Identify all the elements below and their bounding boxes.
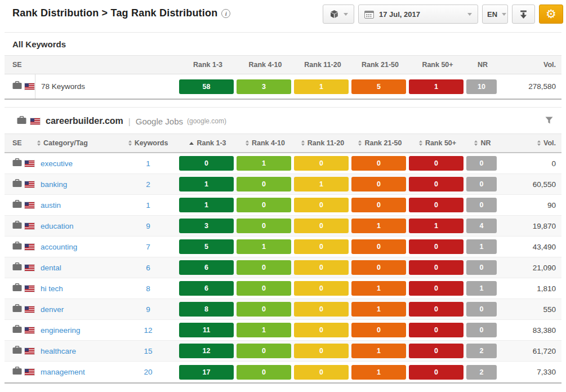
tag-link[interactable]: healthcare xyxy=(41,347,76,355)
language-value: EN xyxy=(487,10,497,19)
sort-icon xyxy=(419,140,422,146)
nr-badge: 0 xyxy=(466,177,497,191)
all-keywords-panel: All Keywords SE Rank 1-3 Rank 4-10 Rank … xyxy=(5,32,561,100)
keywords-count-link[interactable]: 9 xyxy=(146,222,150,230)
rank-50-plus-badge: 0 xyxy=(409,302,464,317)
tag-link[interactable]: banking xyxy=(41,180,67,189)
rank-1-3-badge: 17 xyxy=(179,365,234,380)
briefcase-icon xyxy=(12,262,22,273)
keywords-count-link[interactable]: 8 xyxy=(146,284,150,293)
tag-link[interactable]: denver xyxy=(41,305,64,314)
summary-table-header: SE Rank 1-3 Rank 4-10 Rank 11-20 Rank 21… xyxy=(5,55,561,74)
rank-21-50-badge: 0 xyxy=(351,239,406,254)
rank-21-50-badge: 1 xyxy=(351,281,406,296)
keywords-count-link[interactable]: 6 xyxy=(146,264,150,272)
rank-1-3-badge: 5 xyxy=(179,239,234,254)
briefcase-icon xyxy=(12,221,22,231)
rank-50-plus-badge: 0 xyxy=(409,323,464,337)
tag-row: engineering 12 11 1 0 0 0 0 83,380 xyxy=(5,320,561,341)
keywords-count-link[interactable]: 2 xyxy=(146,180,150,189)
language-dropdown-button[interactable]: EN xyxy=(482,5,508,24)
tag-link[interactable]: hi tech xyxy=(41,284,63,293)
keywords-count-link[interactable]: 1 xyxy=(146,201,150,210)
export-button[interactable] xyxy=(512,5,535,24)
tag-link[interactable]: engineering xyxy=(41,326,81,335)
briefcase-icon xyxy=(12,242,22,252)
top-bar: Rank Distribution > Tag Rank Distributio… xyxy=(0,0,566,32)
rank-21-50-badge: 1 xyxy=(351,302,406,317)
col-category-tag[interactable]: Category/Tag xyxy=(35,139,117,147)
tag-link[interactable]: management xyxy=(41,368,85,376)
keywords-total-label: 78 Keywords xyxy=(35,74,179,99)
rank-4-10-badge: 0 xyxy=(237,344,291,358)
rank-4-10-badge: 0 xyxy=(237,219,291,233)
col-vol[interactable]: Vol. xyxy=(499,139,561,147)
tag-link[interactable]: accounting xyxy=(41,243,77,251)
chevron-down-icon xyxy=(502,13,506,16)
info-icon[interactable]: i xyxy=(221,9,230,18)
rank-11-20-badge: 1 xyxy=(294,79,349,94)
col-rank-21-50[interactable]: Rank 21-50 xyxy=(351,139,409,147)
col-rank-11-20: Rank 11-20 xyxy=(294,61,351,69)
tag-link[interactable]: education xyxy=(41,222,74,230)
search-engine-domain: (google.com) xyxy=(187,117,226,125)
rank-50-plus-badge: 0 xyxy=(409,156,464,171)
rank-50-plus-badge: 0 xyxy=(409,198,464,212)
col-rank-1-3[interactable]: Rank 1-3 xyxy=(179,139,237,147)
us-flag-icon xyxy=(25,348,34,354)
briefcase-icon xyxy=(17,116,26,127)
keywords-count-link[interactable]: 20 xyxy=(144,368,152,376)
nr-badge: 2 xyxy=(466,344,497,358)
sort-icon xyxy=(301,140,305,146)
keywords-count-link[interactable]: 1 xyxy=(146,159,150,168)
rank-4-10-badge: 0 xyxy=(237,198,291,212)
us-flag-icon xyxy=(25,83,34,90)
rank-1-3-badge: 0 xyxy=(179,156,234,171)
rank-11-20-badge: 0 xyxy=(294,198,349,212)
briefcase-icon xyxy=(12,325,22,336)
col-keywords[interactable]: Keywords xyxy=(117,139,179,147)
col-rank-11-20[interactable]: Rank 11-20 xyxy=(294,139,351,147)
tag-link[interactable]: executive xyxy=(41,159,73,168)
date-picker-button[interactable]: 17 Jul, 2017 xyxy=(358,5,478,24)
nr-badge: 0 xyxy=(466,323,497,337)
nr-badge: 4 xyxy=(466,219,497,233)
keywords-count-link[interactable]: 9 xyxy=(146,305,150,314)
site-header: careerbuilder.com | Google Jobs (google.… xyxy=(5,108,561,133)
rank-11-20-badge: 0 xyxy=(294,302,349,317)
rank-1-3-badge: 11 xyxy=(179,323,234,337)
col-rank-4-10[interactable]: Rank 4-10 xyxy=(237,139,294,147)
filter-icon[interactable] xyxy=(545,115,554,127)
tag-link[interactable]: dental xyxy=(41,264,61,272)
rank-11-20-badge: 0 xyxy=(294,239,349,254)
keywords-count-link[interactable]: 15 xyxy=(144,347,152,355)
us-flag-icon xyxy=(25,181,34,188)
rank-11-20-badge: 0 xyxy=(294,156,349,171)
rank-50-plus-badge: 1 xyxy=(409,219,464,233)
keywords-count-link[interactable]: 7 xyxy=(146,243,150,251)
sort-icon xyxy=(358,140,362,146)
tag-table-header: SE Category/Tag Keywords Rank 1-3 Rank 4… xyxy=(5,133,561,153)
nr-badge: 0 xyxy=(466,198,497,212)
rank-11-20-badge: 0 xyxy=(294,281,349,296)
tag-row: banking 2 1 0 1 0 0 0 60,550 xyxy=(5,174,561,195)
rank-21-50-badge: 0 xyxy=(351,156,406,171)
rank-11-20-badge: 0 xyxy=(294,344,349,358)
cube-icon xyxy=(329,10,339,19)
rank-1-3-badge: 6 xyxy=(179,281,234,296)
tag-link[interactable]: austin xyxy=(41,201,61,210)
project-dropdown-button[interactable] xyxy=(323,5,354,24)
volume-value: 19,870 xyxy=(499,222,561,230)
rank-1-3-badge: 58 xyxy=(179,79,234,94)
col-rank-50-plus[interactable]: Rank 50+ xyxy=(409,139,466,147)
settings-button[interactable]: ⚙ xyxy=(539,5,563,24)
rank-4-10-badge: 1 xyxy=(237,156,291,171)
rank-1-3-badge: 1 xyxy=(179,198,234,212)
briefcase-icon xyxy=(12,367,22,377)
us-flag-icon xyxy=(25,327,34,333)
col-nr[interactable]: NR xyxy=(466,139,499,147)
rank-4-10-badge: 0 xyxy=(237,260,291,275)
sort-icon xyxy=(474,140,478,146)
rank-4-10-badge: 0 xyxy=(237,281,291,296)
keywords-count-link[interactable]: 12 xyxy=(144,326,152,335)
